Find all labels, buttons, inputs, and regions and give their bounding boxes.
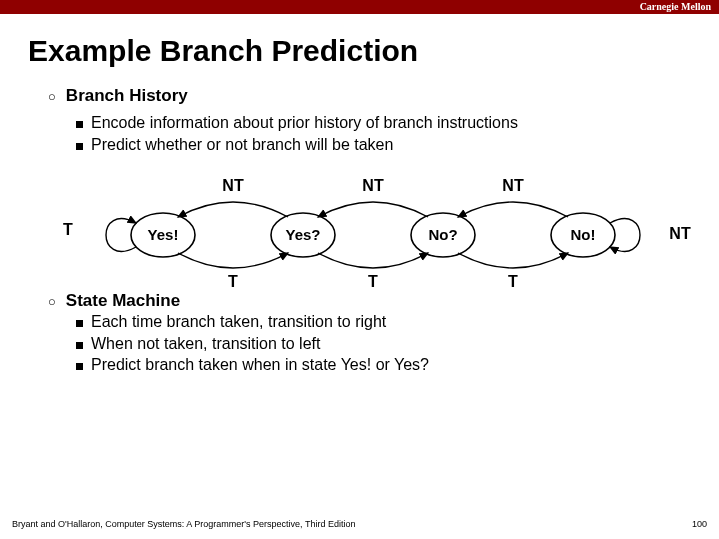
- t-label: T: [508, 273, 518, 290]
- footer: Bryant and O'Hallaron, Computer Systems:…: [12, 519, 707, 529]
- section1-list: Encode information about prior history o…: [76, 112, 719, 155]
- t-label: T: [228, 273, 238, 290]
- circle-bullet-icon: ○: [48, 295, 56, 308]
- nt-label: NT: [669, 225, 691, 242]
- section2-heading-row: ○ State Machine: [48, 291, 719, 311]
- list-item-text: Predict whether or not branch will be ta…: [91, 134, 393, 156]
- nt-arc: [318, 202, 428, 217]
- list-item-text: Predict branch taken when in state Yes! …: [91, 354, 429, 376]
- list-item-text: Encode information about prior history o…: [91, 112, 518, 134]
- list-item: Predict whether or not branch will be ta…: [76, 134, 719, 156]
- brand-label: Carnegie Mellon: [640, 0, 711, 14]
- nt-label: NT: [222, 177, 244, 194]
- t-arc: [178, 253, 288, 268]
- section2-heading: State Machine: [66, 291, 180, 311]
- square-bullet-icon: [76, 143, 83, 150]
- square-bullet-icon: [76, 342, 83, 349]
- square-bullet-icon: [76, 121, 83, 128]
- t-label: T: [368, 273, 378, 290]
- circle-bullet-icon: ○: [48, 90, 56, 103]
- t-arc: [318, 253, 428, 268]
- nt-arc: [178, 202, 288, 217]
- t-arc: [458, 253, 568, 268]
- footer-credit: Bryant and O'Hallaron, Computer Systems:…: [12, 519, 355, 529]
- section1-heading: Branch History: [66, 86, 188, 106]
- nt-label: NT: [362, 177, 384, 194]
- state-diagram: NT NT NT T NT Yes! Yes? No? No!: [48, 177, 719, 293]
- state-label: Yes?: [285, 226, 320, 243]
- list-item-text: When not taken, transition to left: [91, 333, 320, 355]
- square-bullet-icon: [76, 320, 83, 327]
- section2-list: Each time branch taken, transition to ri…: [76, 311, 719, 376]
- list-item-text: Each time branch taken, transition to ri…: [91, 311, 386, 333]
- section1-heading-row: ○ Branch History: [48, 86, 719, 106]
- header-bar: Carnegie Mellon: [0, 0, 719, 14]
- square-bullet-icon: [76, 363, 83, 370]
- state-label: No?: [428, 226, 457, 243]
- t-label: T: [63, 221, 73, 238]
- list-item: When not taken, transition to left: [76, 333, 719, 355]
- state-label: Yes!: [148, 226, 179, 243]
- state-label: No!: [571, 226, 596, 243]
- slide-title: Example Branch Prediction: [0, 14, 719, 68]
- list-item: Each time branch taken, transition to ri…: [76, 311, 719, 333]
- content-area: ○ Branch History Encode information abou…: [0, 68, 719, 376]
- nt-arc: [458, 202, 568, 217]
- nt-label: NT: [502, 177, 524, 194]
- list-item: Encode information about prior history o…: [76, 112, 719, 134]
- state-machine-svg: NT NT NT T NT Yes! Yes? No? No!: [48, 177, 708, 293]
- page-number: 100: [692, 519, 707, 529]
- list-item: Predict branch taken when in state Yes! …: [76, 354, 719, 376]
